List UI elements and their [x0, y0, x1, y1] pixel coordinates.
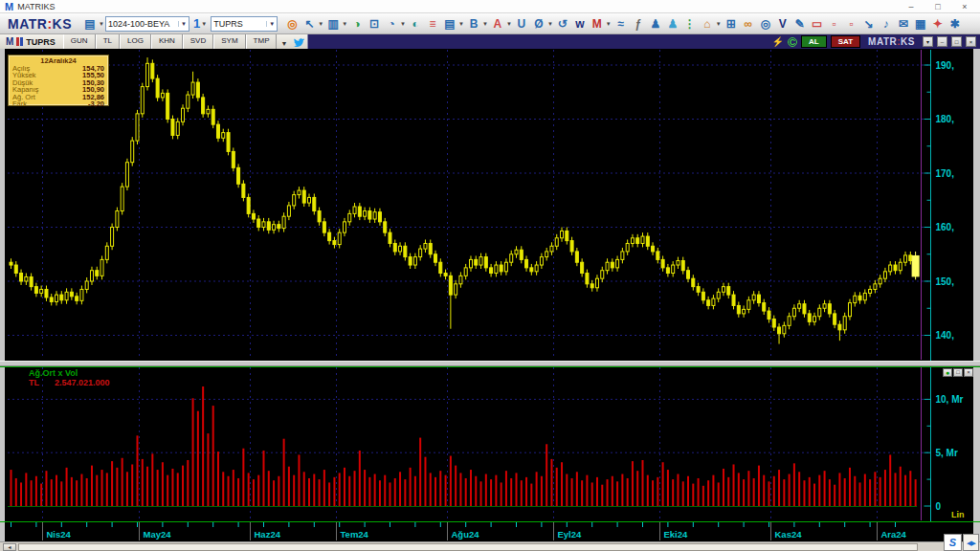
- slash-circle-icon[interactable]: Ø: [531, 16, 546, 32]
- app-title: MATRIKS: [17, 2, 55, 11]
- gear-icon[interactable]: ✱: [947, 16, 963, 32]
- clock-icon-caret[interactable]: ▼: [400, 21, 406, 27]
- link-icon[interactable]: ∞: [741, 16, 756, 32]
- buy-button[interactable]: AL: [801, 35, 827, 48]
- calculator-icon[interactable]: ▦: [913, 16, 928, 32]
- period-button-tmp[interactable]: TMP: [246, 34, 278, 49]
- chart-header-left: M TUPRS GUNTLLOGKHNSVDSYMTMP ▼: [0, 34, 308, 49]
- mail-icon[interactable]: ✉: [896, 16, 911, 32]
- page-nav-buttons[interactable]: ◀▶: [963, 534, 979, 551]
- workspace-select[interactable]: 1024-100-BEYA▼: [105, 16, 189, 32]
- save-icon[interactable]: ▤: [82, 16, 98, 32]
- matriks-m-icon: M: [6, 36, 13, 47]
- matriks-brand-logo: MATR:KS: [8, 16, 72, 32]
- building-icon[interactable]: ⌂: [700, 16, 715, 32]
- search-icon[interactable]: ◎: [758, 16, 773, 32]
- alarm-icon[interactable]: ♪: [879, 16, 894, 32]
- zoom-icon[interactable]: ◎: [284, 16, 300, 32]
- bar-chart-icon[interactable]: ▥: [325, 16, 341, 32]
- twitter-icon[interactable]: [293, 37, 304, 47]
- matriks-brand-small: MATR:KS: [868, 36, 915, 47]
- chevron-down-icon[interactable]: ▼: [277, 37, 291, 47]
- refresh-icon[interactable]: ↺: [555, 16, 570, 32]
- save-dropdown-caret[interactable]: ▼: [99, 21, 104, 27]
- panel-splitter[interactable]: [0, 361, 980, 366]
- traffic-light-icon[interactable]: ⋮: [682, 16, 698, 32]
- monitor-icon[interactable]: ⊡: [367, 16, 382, 32]
- person-icon[interactable]: ♟: [648, 16, 663, 32]
- period-button-khn[interactable]: KHN: [151, 34, 183, 49]
- restore-icon[interactable]: □: [932, 2, 944, 11]
- function-fx-icon[interactable]: ƒ: [631, 16, 646, 32]
- globe-icon[interactable]: ◐: [408, 16, 423, 32]
- building-icon-caret[interactable]: ▼: [716, 21, 722, 27]
- toolbar-icon-strip: ◎↖▼▥▼◑⊡◔▼◐≡▤▼B▼A▼UØ▼↺wM▼≈ƒ♟♟⋮⌂▼⊞∞◎V✎▭▫▫↘…: [283, 16, 964, 32]
- chart-header-buttons: GUNTLLOGKHNSVDSYMTMP: [63, 34, 278, 49]
- data-sync-button[interactable]: S: [944, 534, 962, 551]
- main-toolbar: MATR:KS ▤ ▼ 1024-100-BEYA▼ 1 ▼ TUPRS▼ ◎↖…: [0, 13, 980, 34]
- clock-icon[interactable]: ◔: [384, 16, 399, 32]
- vwap-icon[interactable]: w: [572, 16, 588, 32]
- period-button-gun[interactable]: GUN: [63, 34, 96, 49]
- app-titlebar: M MATRIKS – □ ×: [0, 0, 980, 13]
- minimize-icon[interactable]: –: [905, 2, 917, 11]
- bold-b-icon-caret[interactable]: ▼: [482, 21, 488, 27]
- matriks-m-icon-caret[interactable]: ▼: [606, 21, 612, 27]
- mini-chart-icon[interactable]: ≈: [613, 16, 629, 32]
- volume-panel-title: Ağ.Ort x Vol: [29, 368, 78, 378]
- candlestick-icon: [16, 37, 23, 46]
- chart-restore-button[interactable]: □: [951, 36, 962, 47]
- connection-badge: C: [788, 37, 797, 47]
- info-row: Fark-3,20: [12, 100, 104, 107]
- collapse-arrow-icon[interactable]: ↘: [861, 16, 877, 32]
- sell-button[interactable]: SAT: [831, 35, 860, 48]
- window-small2-icon[interactable]: ▫: [844, 16, 859, 32]
- chart-symbol-label: TUPRS: [26, 37, 56, 47]
- cursor-icon-caret[interactable]: ▼: [318, 21, 323, 27]
- chart-minimize-button[interactable]: –: [937, 36, 947, 47]
- letter-a-icon[interactable]: A: [490, 16, 505, 32]
- depth-levels-icon[interactable]: ≡: [425, 16, 440, 32]
- window-small-icon[interactable]: ▫: [827, 16, 842, 32]
- bold-b-icon[interactable]: B: [466, 16, 481, 32]
- cursor-icon[interactable]: ↖: [301, 16, 317, 32]
- letter-u-icon[interactable]: U: [514, 16, 529, 32]
- chart-window: [0, 34, 980, 551]
- scroll-left-button[interactable]: ◄: [3, 543, 16, 551]
- slash-circle-icon-caret[interactable]: ▼: [547, 21, 553, 27]
- edit-chart-icon[interactable]: ✎: [792, 16, 808, 32]
- period-button-sym[interactable]: SYM: [213, 34, 245, 49]
- indicator-settings-button[interactable]: ●: [943, 368, 952, 377]
- close-icon[interactable]: ×: [959, 2, 970, 11]
- scrollbar-thumb[interactable]: [18, 543, 918, 551]
- page-dropdown-caret[interactable]: ▼: [201, 21, 207, 27]
- matriks-app-window: M MATRIKS – □ × MATR:KS ▤ ▼ 1024-100-BEY…: [0, 0, 980, 551]
- people-icon[interactable]: ♟: [665, 16, 680, 32]
- matriks-m-icon[interactable]: M: [590, 16, 605, 32]
- letter-v-icon[interactable]: V: [775, 16, 791, 32]
- indicator-maximize-button[interactable]: □: [953, 368, 963, 377]
- period-button-svd[interactable]: SVD: [183, 34, 213, 49]
- copy-page-icon[interactable]: ⊞: [724, 16, 739, 32]
- news-page-icon-caret[interactable]: ▼: [458, 21, 464, 27]
- period-button-tl[interactable]: TL: [96, 34, 120, 49]
- symbol-select[interactable]: TUPRS▼: [211, 16, 278, 32]
- volume-total-value: 2.547.021.000: [55, 378, 110, 387]
- indicator-close-button[interactable]: ×: [964, 368, 973, 377]
- page-number: 1: [193, 16, 200, 31]
- ohlc-info-box: 12Aralık24 Açılış154,70Yüksek155,50Düşük…: [8, 55, 109, 106]
- volume-panel-controls: ● □ ×: [943, 368, 973, 377]
- chat-icon[interactable]: ✦: [930, 16, 946, 32]
- horizontal-scrollbar[interactable]: ◄ S ◀▶: [0, 541, 980, 551]
- lightning-icon: ⚡: [772, 36, 784, 47]
- chart-header: M TUPRS GUNTLLOGKHNSVDSYMTMP ▼ ⚡ C AL SA…: [0, 34, 980, 49]
- chart-dropdown-button[interactable]: ▾: [923, 36, 933, 47]
- window-alert-icon[interactable]: ▭: [810, 16, 825, 32]
- period-button-log[interactable]: LOG: [120, 34, 151, 49]
- chart-close-button[interactable]: ×: [966, 36, 976, 47]
- pie-chart-icon[interactable]: ◑: [349, 16, 365, 32]
- bar-chart-icon-caret[interactable]: ▼: [342, 21, 347, 27]
- matriks-logo-icon: M: [5, 1, 13, 12]
- news-page-icon[interactable]: ▤: [442, 16, 457, 32]
- letter-a-icon-caret[interactable]: ▼: [506, 21, 512, 27]
